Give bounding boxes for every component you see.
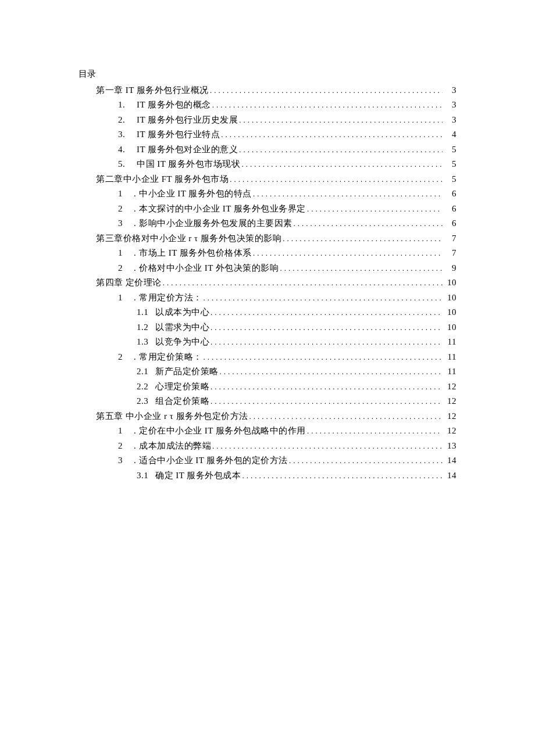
toc-leader-dots [289, 454, 443, 463]
toc-leader-dots [221, 128, 443, 137]
toc-leader-dots [211, 336, 443, 345]
toc-entry-page: 11 [444, 364, 456, 379]
toc-entry-title: IT 服务外包对企业的意义 [137, 142, 238, 157]
toc-entry-separator: . [131, 424, 139, 439]
toc-entry-title: 新产品定价策略 [155, 364, 219, 379]
toc-entry: 2.IT 服务外包行业历史发展3 [79, 113, 456, 128]
toc-leader-dots [230, 173, 443, 182]
toc-entry-title: 第三章价格对中小企业 r τ 服务外包决策的影响 [96, 231, 281, 246]
toc-entry-page: 9 [444, 261, 456, 276]
toc-entry-page: 10 [444, 320, 456, 335]
toc-entry-separator: . [131, 202, 139, 217]
toc-entry-title: IT 服务外包行业特点 [137, 127, 220, 142]
toc-entry: 1.1以成本为中心10 [79, 305, 456, 320]
toc-leader-dots [241, 158, 443, 167]
toc-leader-dots [211, 321, 443, 330]
toc-entry: 3.IT 服务外包行业特点4 [79, 127, 456, 142]
toc-entry: 2.成本加成法的弊端13 [79, 439, 456, 454]
toc-entry-number: 1. [118, 98, 131, 113]
toc-entry-number: 3 [118, 216, 131, 231]
toc-entry-title: 价格对中小企业 IT 外包决策的影响 [139, 261, 279, 276]
toc-entry-page: 14 [444, 468, 456, 483]
toc-leader-dots [307, 203, 443, 212]
document-page: 目录 第一章 IT 服务外包行业概况31.IT 服务外包的概念32.IT 服务外… [0, 0, 535, 756]
toc-entry: 2.3组合定价策略12 [79, 394, 456, 409]
toc-entry-title: 心理定价策略 [155, 379, 209, 395]
toc-entry: 2.常用定价策略：11 [79, 350, 456, 365]
toc-entry: 1.中小企业 IT 服务外包的特点6 [79, 187, 456, 202]
toc-entry-page: 6 [444, 202, 456, 217]
toc-entry-number: 2 [118, 261, 131, 276]
toc-entry-number: 2.2 [137, 379, 149, 395]
toc-leader-dots [204, 351, 443, 360]
toc-entry-title: 定价在中小企业 IT 服务外包战略中的作用 [139, 424, 306, 439]
toc-entry-number: 2.1 [137, 364, 149, 379]
toc-entry-page: 5 [444, 157, 456, 172]
toc-entry: 1.IT 服务外包的概念3 [79, 98, 456, 113]
toc-list: 第一章 IT 服务外包行业概况31.IT 服务外包的概念32.IT 服务外包行业… [79, 83, 456, 483]
toc-entry: 1.2以需求为中心10 [79, 320, 456, 335]
toc-entry-page: 11 [444, 350, 456, 365]
toc-leader-dots [294, 217, 443, 226]
toc-entry-number: 2. [118, 113, 131, 128]
toc-entry-number: 3 [118, 453, 131, 468]
toc-leader-dots [307, 425, 443, 433]
toc-entry-title: 适合中小企业 IT 服务外包的定价方法 [139, 453, 288, 468]
toc-entry: 1.常用定价方法：10 [79, 291, 456, 306]
toc-entry-title: 确定 IT 服务外包成本 [155, 468, 241, 483]
toc-entry: 1.定价在中小企业 IT 服务外包战略中的作用12 [79, 424, 456, 439]
toc-entry-page: 5 [444, 142, 456, 157]
toc-entry-page: 10 [444, 275, 456, 291]
toc-entry-title: 以成本为中心 [155, 305, 209, 320]
toc-entry-page: 12 [444, 394, 456, 409]
toc-entry: 1.3以竞争为中心11 [79, 335, 456, 350]
toc-entry-title: 第二章中小企业 FT 服务外包市场 [96, 172, 229, 187]
toc-entry-page: 12 [444, 424, 456, 439]
toc-leader-dots [211, 395, 443, 404]
toc-entry-title: 以需求为中心 [155, 320, 209, 335]
toc-entry-number: 1 [118, 424, 131, 439]
toc-entry-number: 3. [118, 127, 131, 142]
toc-entry-title: 本文探讨的中小企业 IT 服务外包业务界定 [139, 202, 306, 217]
toc-entry: 4.IT 服务外包对企业的意义5 [79, 142, 456, 157]
toc-entry: 2.本文探讨的中小企业 IT 服务外包业务界定6 [79, 202, 456, 217]
toc-entry-separator: . [131, 216, 139, 231]
toc-entry-page: 5 [444, 172, 456, 187]
toc-entry-title: 第五章 中小企业 r τ 服务外包定价方法 [96, 409, 248, 424]
toc-entry-number: 3.1 [137, 468, 149, 483]
toc-entry-page: 12 [444, 409, 456, 424]
toc-entry-number: 5. [118, 157, 131, 172]
toc-entry-number: 2 [118, 202, 131, 217]
toc-entry-page: 6 [444, 187, 456, 202]
toc-entry-title: 第四章 定价理论 [96, 275, 162, 291]
toc-entry-separator: . [131, 453, 139, 468]
toc-entry: 2.2心理定价策略12 [79, 379, 456, 395]
toc-leader-dots [210, 84, 443, 93]
toc-entry: 1.市场上 IT 服务外包价格体系7 [79, 246, 456, 261]
toc-entry-number: 4. [118, 142, 131, 157]
toc-entry-page: 3 [444, 98, 456, 113]
toc-entry-title: 第一章 IT 服务外包行业概况 [96, 83, 209, 98]
toc-entry-number: 1.3 [137, 335, 149, 350]
toc-entry-separator: . [131, 350, 139, 365]
toc-entry-number: 1.2 [137, 320, 149, 335]
toc-entry-title: 组合定价策略 [155, 394, 209, 409]
toc-entry-separator: . [131, 291, 139, 306]
toc-entry: 5.中国 IT 服务外包市场现状5 [79, 157, 456, 172]
toc-entry-separator: . [131, 439, 139, 454]
toc-entry: 3.1确定 IT 服务外包成本14 [79, 468, 456, 483]
toc-entry: 3.适合中小企业 IT 服务外包的定价方法14 [79, 453, 456, 468]
toc-entry-number: 2.3 [137, 394, 149, 409]
toc-entry-title: 常用定价方法： [139, 291, 202, 306]
toc-entry-page: 4 [444, 127, 456, 142]
toc-entry-page: 6 [444, 216, 456, 231]
toc-entry: 3.影响中小企业服务外包发展的主要因素6 [79, 216, 456, 231]
toc-entry-number: 1.1 [137, 305, 149, 320]
toc-entry-title: 以竞争为中心 [155, 335, 209, 350]
toc-entry-title: IT 服务外包的概念 [137, 98, 211, 113]
toc-entry-separator: . [131, 261, 139, 276]
toc-leader-dots [242, 470, 443, 478]
toc-entry-page: 13 [444, 439, 456, 454]
toc-leader-dots [239, 144, 443, 152]
toc-entry-title: 中小企业 IT 服务外包的特点 [139, 187, 252, 202]
